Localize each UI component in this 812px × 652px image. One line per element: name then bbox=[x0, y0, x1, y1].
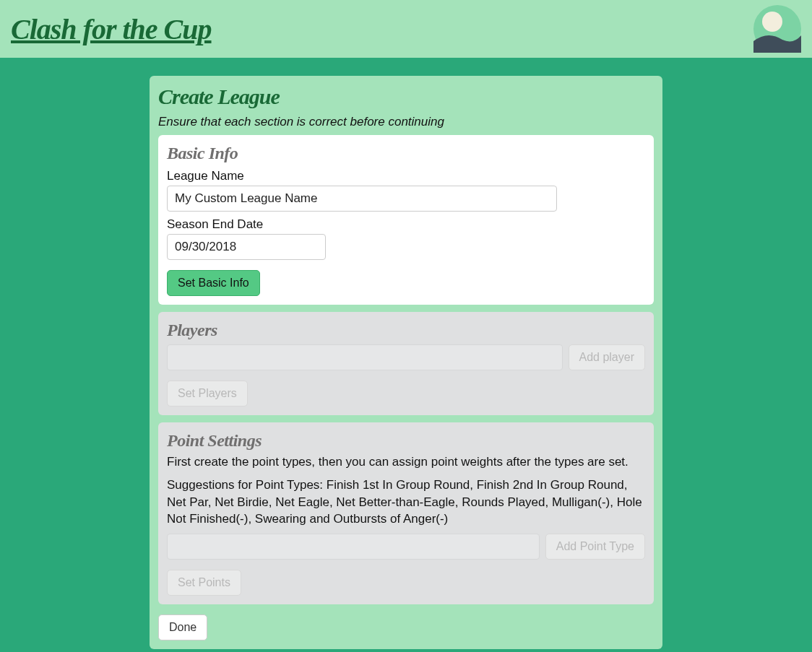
basic-info-title: Basic Info bbox=[167, 144, 645, 163]
create-league-card: Create League Ensure that each section i… bbox=[150, 76, 662, 649]
point-suggestions: Suggestions for Point Types: Finish 1st … bbox=[167, 477, 645, 528]
season-end-input[interactable] bbox=[167, 234, 326, 260]
basic-info-section: Basic Info League Name Season End Date S… bbox=[158, 135, 654, 305]
point-settings-title: Point Settings bbox=[167, 431, 645, 451]
add-player-button[interactable]: Add player bbox=[569, 344, 646, 370]
site-title-link[interactable]: Clash for the Cup bbox=[11, 12, 212, 46]
league-name-input[interactable] bbox=[167, 186, 557, 212]
header: Clash for the Cup bbox=[0, 0, 812, 58]
point-type-input[interactable] bbox=[167, 534, 540, 560]
page-title: Create League bbox=[158, 84, 654, 109]
season-end-label: Season End Date bbox=[167, 217, 645, 232]
player-name-input[interactable] bbox=[167, 344, 563, 370]
done-row: Done bbox=[158, 612, 654, 640]
site-logo bbox=[753, 5, 801, 53]
svg-point-1 bbox=[762, 12, 782, 32]
point-instructions: First create the point types, then you c… bbox=[167, 453, 645, 471]
set-players-button[interactable]: Set Players bbox=[167, 381, 248, 407]
set-basic-info-button[interactable]: Set Basic Info bbox=[167, 270, 260, 296]
players-section: Players Add player Set Players bbox=[158, 312, 654, 415]
players-title: Players bbox=[167, 321, 645, 340]
add-point-type-button[interactable]: Add Point Type bbox=[545, 534, 645, 560]
point-settings-section: Point Settings First create the point ty… bbox=[158, 422, 654, 604]
content-area: Create League Ensure that each section i… bbox=[0, 58, 812, 649]
set-points-button[interactable]: Set Points bbox=[167, 570, 241, 596]
league-name-label: League Name bbox=[167, 169, 645, 183]
page-subtitle: Ensure that each section is correct befo… bbox=[158, 115, 654, 129]
done-button[interactable]: Done bbox=[158, 614, 207, 640]
